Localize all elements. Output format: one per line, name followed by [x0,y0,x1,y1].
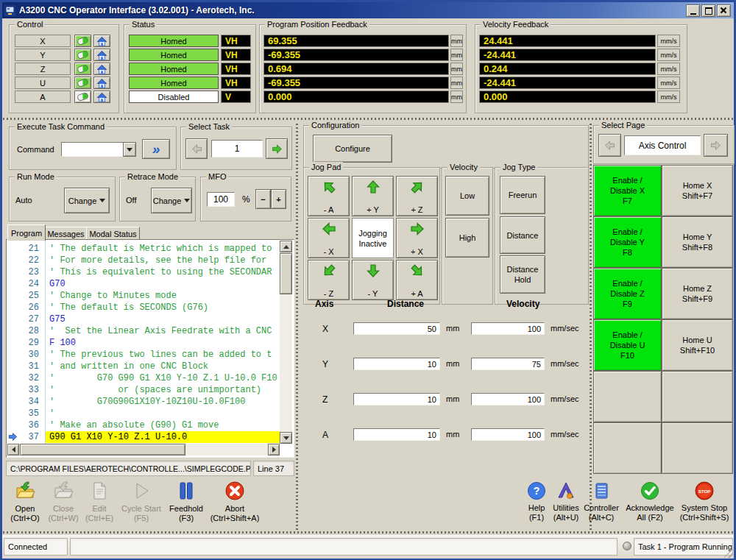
vertical-scrollbar[interactable] [280,241,292,444]
home-axis-button[interactable]: Home U Shift+F10 [662,319,733,371]
jog-button-x[interactable]: + X [396,218,438,258]
toolbar-button-label: Open(Ctrl+O) [6,504,44,523]
axis-enable-toggle-button[interactable] [74,91,91,103]
axis-enable-toggle-button[interactable] [74,35,91,47]
scroll-up-button[interactable] [280,241,292,252]
program-code-editor[interactable]: 21' The default is Metric which is mappe… [6,239,294,458]
velocity-input[interactable] [471,393,545,405]
axis-home-button[interactable] [93,91,110,103]
jog-button-minus-a[interactable]: - A [308,176,350,216]
jog-arrow-icon [322,180,336,196]
close-button[interactable] [717,4,731,17]
jog-pad-title: Jog Pad [309,162,343,172]
distance-input[interactable] [353,322,440,335]
horizontal-scroll-thumb[interactable] [20,444,185,456]
title-bar[interactable]: A3200 CNC Operator Interface (3.02.001) … [2,2,734,18]
axis-home-button[interactable] [93,77,110,89]
execute-command-button[interactable]: » [142,139,170,159]
empty-page-cell [662,371,733,422]
vertical-splitter-left[interactable] [296,123,298,530]
axis-home-button[interactable] [93,49,110,61]
jog-button-y[interactable]: + Y [352,176,394,216]
code-text: ' G70G90G1X10Y-10Z10U-10.0F100 [49,396,245,408]
enable-disable-axis-button[interactable]: Enable / Disable Z F9 [593,268,662,319]
mfo-group: MFO 100 % − + [200,177,291,221]
velocity-input[interactable] [471,358,545,370]
axis-enable-toggle-button[interactable] [74,49,91,61]
position-unit: mm [450,77,463,89]
axis-home-button[interactable] [93,35,110,47]
page-selector-field[interactable]: Axis Control [624,135,701,155]
jog-arrow-icon [322,221,336,238]
enable-disable-axis-button[interactable]: Enable / Disable Y F8 [593,216,662,268]
jog-type-freerun-button[interactable]: Freerun [500,176,545,214]
scroll-right-button[interactable] [268,444,280,456]
minimize-button[interactable] [686,4,700,17]
controller-button[interactable]: Controller(Alt+C) [579,481,623,522]
configure-button[interactable]: Configure [313,135,392,163]
axis-flags-box: VH [221,35,251,47]
next-task-button[interactable] [266,138,288,159]
jog-button-a[interactable]: + A [396,260,438,300]
tab-program[interactable]: Program [7,224,46,241]
arrow-left-icon [604,140,615,151]
previous-task-button[interactable] [185,138,208,159]
abort-button[interactable]: Abort(Ctrl+Shift+A) [199,480,270,523]
jog-button-label: - A [324,205,333,214]
maximize-button[interactable] [701,4,715,17]
code-line: 23' This is equivalent to using the SECO… [7,266,280,278]
velocity-column-header: Velocity [506,299,539,309]
home-axis-button[interactable]: Home Z Shift+F9 [662,268,733,319]
system-stop-button[interactable]: STOPSystem Stop(Ctrl+Shift+S) [672,481,736,522]
previous-page-button[interactable] [598,134,621,157]
horizontal-splitter-bottom[interactable] [3,531,733,534]
jog-button-minus-y[interactable]: - Y [352,260,394,300]
distance-input[interactable] [353,393,440,405]
mfo-decrease-button[interactable]: − [255,189,271,209]
close-icon [718,5,730,16]
code-line: 37G90 G1 X10 Y-10 Z.1 U-10.0 [7,431,280,443]
mfo-increase-button[interactable]: + [271,189,286,209]
velocity-input[interactable] [471,322,545,335]
vertical-scroll-thumb[interactable] [280,253,292,294]
acknowledge-all-button[interactable]: AcknowledgeAll (F2) [622,481,678,522]
status-bar: Connected Task 1 - Program Running [2,535,734,559]
jog-button-z[interactable]: + Z [396,176,438,216]
axis-enable-toggle-button[interactable] [74,77,91,89]
code-line: 32' G70 G90 G1 X10 Y-10 Z.1 U-10.0 F10 [7,372,280,384]
jog-button-minus-z[interactable]: - Z [308,260,350,300]
edit-document-icon [80,480,118,502]
home-axis-button[interactable]: Home X Shift+F7 [662,165,733,216]
retrace-change-button[interactable]: Change [151,188,192,213]
jog-button-minus-x[interactable]: - X [308,218,350,258]
axis-home-button[interactable] [93,63,110,75]
line-number: 24 [7,278,39,290]
run-mode-change-button[interactable]: Change [64,188,110,213]
axis-enable-toggle-button[interactable] [74,63,91,75]
scroll-down-button[interactable] [280,432,292,444]
command-dropdown-button[interactable] [123,142,136,157]
distance-input[interactable] [353,428,440,441]
command-combobox[interactable] [61,142,124,157]
task-number-field[interactable]: 1 [211,140,263,157]
next-page-button[interactable] [704,134,728,157]
position-value: -69.355 [263,49,449,61]
velocity-high-button[interactable]: High [445,218,489,258]
jog-arrow-icon [410,180,425,196]
jog-arrow-icon [366,263,381,280]
axis-jog-table: Xmmmm/secYmmmm/secZmmmm/secAmmmm/sec [299,316,590,464]
position-group-title: Program Position Feedback [265,19,369,29]
mfo-value-field[interactable]: 100 [207,192,235,207]
enable-disable-axis-button[interactable]: Enable / Disable U F10 [593,319,662,371]
scroll-left-button[interactable] [7,444,19,456]
distance-input[interactable] [353,358,440,370]
jog-type-distance-button[interactable]: Distance [500,216,545,254]
velocity-input[interactable] [471,428,545,441]
enable-disable-axis-button[interactable]: Enable / Disable X F7 [593,165,662,216]
horizontal-scrollbar[interactable] [7,444,280,456]
open-button[interactable]: Open(Ctrl+O) [6,480,44,523]
jog-axis-label: X [322,324,328,334]
jog-type-distance-hold-button[interactable]: Distance Hold [500,255,545,294]
velocity-low-button[interactable]: Low [445,176,489,216]
home-axis-button[interactable]: Home Y Shift+F8 [662,216,733,268]
